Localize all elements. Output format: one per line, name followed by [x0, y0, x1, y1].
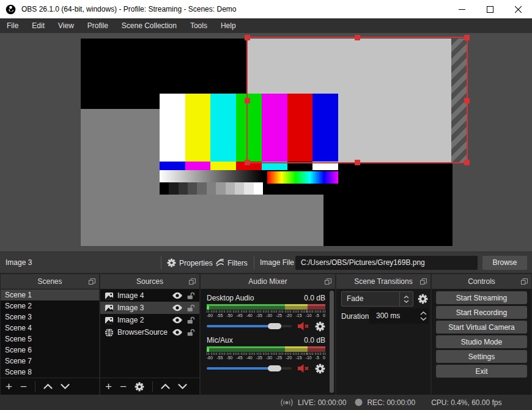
start-recording-button[interactable]: Start Recording: [436, 306, 527, 319]
browse-button[interactable]: Browse: [482, 256, 527, 270]
remove-scene-button[interactable]: −: [20, 381, 27, 393]
scale-label: -10: [306, 313, 312, 318]
move-source-down-button[interactable]: [178, 384, 187, 389]
lock-open-icon[interactable]: [187, 291, 195, 300]
visibility-eye-icon[interactable]: [172, 329, 183, 336]
scene-item-scene-3[interactable]: Scene 3: [1, 311, 99, 322]
scene-item-scene-4[interactable]: Scene 4: [1, 322, 99, 334]
source-item-image-3[interactable]: Image 3: [100, 302, 199, 314]
visibility-eye-icon[interactable]: [172, 304, 183, 311]
panel-float-icon[interactable]: [521, 278, 528, 285]
selection-box[interactable]: [246, 37, 468, 163]
volume-slider-handle[interactable]: [268, 323, 281, 329]
scene-canvas[interactable]: [81, 39, 453, 246]
panel-float-icon[interactable]: [420, 278, 427, 285]
selection-handle-middle-left[interactable]: [245, 98, 250, 103]
scale-label: -55: [216, 313, 223, 318]
duration-spin-arrows: [418, 308, 428, 324]
move-source-up-button[interactable]: [161, 384, 170, 389]
mute-icon[interactable]: [297, 321, 309, 331]
scale-label: -5: [316, 356, 319, 360]
move-scene-down-button[interactable]: [61, 384, 70, 389]
spin-up-button[interactable]: [420, 311, 427, 315]
filters-button[interactable]: Filters: [215, 256, 248, 269]
scenes-panel-toolbar: + −: [1, 378, 99, 395]
volume-slider[interactable]: [207, 367, 292, 370]
audio-mixer-body: Desktop Audio 0.0 dB -60-55-50-45-40-35-…: [201, 289, 335, 395]
meter-scale: -60-55-50-45-40-35-30-25-20-15-10-50: [207, 313, 325, 318]
sources-panel-header[interactable]: Sources: [100, 274, 199, 289]
panel-float-icon[interactable]: [89, 278, 95, 285]
obs-logo-icon: [6, 4, 16, 15]
source-item-browsersource[interactable]: BrowserSource: [100, 326, 199, 338]
minimize-button[interactable]: [448, 0, 476, 18]
selected-source-label: Image 3: [6, 258, 32, 267]
scale-label: -35: [256, 356, 262, 360]
mute-icon[interactable]: [297, 363, 309, 373]
channel-settings-gear-icon[interactable]: [315, 321, 325, 332]
volume-slider[interactable]: [207, 325, 292, 327]
scene-item-scene-8[interactable]: Scene 8: [1, 367, 99, 378]
scene-item-scene-2[interactable]: Scene 2: [1, 300, 99, 311]
scene-item-scene-5[interactable]: Scene 5: [1, 334, 99, 345]
duration-spinbox[interactable]: 300 ms: [369, 308, 429, 324]
lock-open-icon[interactable]: [187, 316, 195, 325]
start-streaming-button[interactable]: Start Streaming: [436, 291, 527, 304]
preview-area[interactable]: [0, 33, 532, 252]
channel-name: Desktop Audio: [207, 294, 254, 302]
menu-scene-collection[interactable]: Scene Collection: [115, 18, 183, 33]
add-source-button[interactable]: +: [105, 381, 112, 393]
menu-view[interactable]: View: [51, 18, 81, 33]
channel-level: 0.0 dB: [304, 294, 325, 302]
studio-mode-button[interactable]: Studio Mode: [436, 335, 527, 348]
settings-button[interactable]: Settings: [436, 350, 527, 363]
menu-file[interactable]: File: [0, 18, 25, 33]
selection-handle-top-middle[interactable]: [355, 35, 360, 40]
selection-handle-middle-right[interactable]: [464, 98, 470, 103]
close-button[interactable]: [504, 0, 532, 18]
scene-item-scene-6[interactable]: Scene 6: [1, 345, 99, 356]
spin-down-button[interactable]: [420, 317, 427, 321]
menu-tools[interactable]: Tools: [183, 18, 214, 33]
scene-item-scene-7[interactable]: Scene 7: [1, 356, 99, 367]
visibility-eye-icon[interactable]: [172, 316, 183, 324]
properties-button[interactable]: Properties: [167, 256, 213, 269]
maximize-button[interactable]: [476, 0, 504, 18]
volume-slider-handle[interactable]: [268, 365, 281, 371]
color-spectrum: [267, 171, 338, 184]
visibility-eye-icon[interactable]: [172, 292, 183, 299]
panel-float-icon[interactable]: [325, 278, 331, 285]
remove-source-button[interactable]: −: [120, 381, 127, 393]
start-virtual-camera-button[interactable]: Start Virtual Camera: [436, 321, 527, 334]
menu-edit[interactable]: Edit: [25, 18, 51, 33]
lock-open-icon[interactable]: [187, 304, 195, 313]
panel-float-icon[interactable]: [189, 278, 196, 285]
source-item-image-4[interactable]: Image 4: [100, 289, 199, 302]
menu-bar: FileEditViewProfileScene CollectionTools…: [0, 18, 532, 33]
selection-handle-bottom-left[interactable]: [245, 160, 250, 165]
controls-panel-header[interactable]: Controls: [432, 274, 531, 289]
menu-profile[interactable]: Profile: [81, 18, 115, 33]
scene-transitions-panel-header[interactable]: Scene Transitions: [336, 274, 430, 289]
selection-handle-top-right[interactable]: [464, 35, 470, 40]
source-properties-button[interactable]: [135, 382, 144, 392]
source-item-image-2[interactable]: Image 2: [100, 314, 199, 326]
scene-item-scene-1[interactable]: Scene 1: [1, 289, 99, 300]
scenes-panel-header[interactable]: Scenes: [1, 274, 99, 289]
transition-select[interactable]: Fade: [341, 291, 413, 307]
exit-button[interactable]: Exit: [436, 365, 527, 378]
lock-open-icon[interactable]: [187, 328, 195, 337]
image-file-input[interactable]: C:/Users/OBS/Pictures/Grey169B.png: [295, 256, 478, 270]
selection-handle-bottom-middle[interactable]: [355, 160, 360, 165]
add-scene-button[interactable]: +: [6, 381, 12, 393]
selection-handle-top-left[interactable]: [245, 35, 250, 40]
move-scene-up-button[interactable]: [43, 384, 53, 389]
audio-mixer-panel-header[interactable]: Audio Mixer: [201, 274, 335, 289]
scale-label: -35: [256, 313, 262, 318]
transition-properties-button[interactable]: [418, 294, 428, 304]
selection-handle-bottom-right[interactable]: [464, 160, 470, 165]
menu-help[interactable]: Help: [214, 18, 243, 33]
channel-settings-gear-icon[interactable]: [315, 363, 325, 374]
scene-transitions-panel: Scene Transitions Fade Duration: [336, 274, 430, 395]
transition-select-arrows[interactable]: [399, 292, 413, 306]
